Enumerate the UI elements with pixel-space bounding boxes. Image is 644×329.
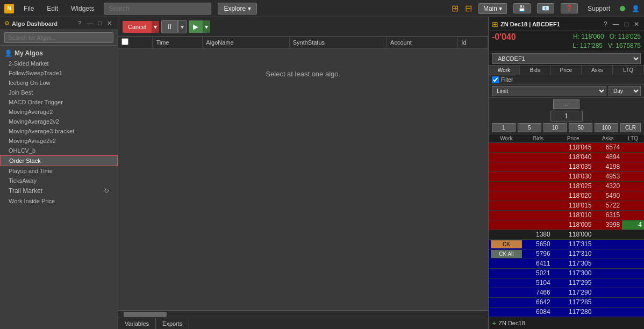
menu-file[interactable]: File xyxy=(20,4,37,13)
algo-item[interactable]: MovingAverage2v2 xyxy=(0,117,118,126)
dom-price-cell[interactable]: 117'310 xyxy=(553,249,594,259)
pause-dropdown-button[interactable]: ▾ xyxy=(178,20,187,33)
algo-item[interactable]: Playup and Time xyxy=(0,166,118,176)
dom-tab-bids[interactable]: Bids xyxy=(520,66,551,75)
algo-item[interactable]: OHLCV_b xyxy=(0,146,118,155)
dom-price-cell[interactable]: 118'005 xyxy=(553,220,594,230)
dom-price-cell[interactable]: 118'000 xyxy=(553,230,594,239)
explore-button[interactable]: Explore ▾ xyxy=(218,3,257,15)
dom-work-cell xyxy=(489,162,524,171)
qty-5-button[interactable]: 5 xyxy=(518,123,541,132)
algo-item[interactable]: MovingAverage2 xyxy=(0,107,118,117)
dom-price-cell[interactable]: 117'315 xyxy=(553,239,594,249)
dom-work-cell xyxy=(489,297,524,307)
clr-button[interactable]: CLR xyxy=(620,123,641,132)
grid-icon-2[interactable]: ⊟ xyxy=(465,3,472,13)
panel-minimize-icon[interactable]: — xyxy=(85,19,94,27)
algo-item[interactable]: MACD Order Trigger xyxy=(0,97,118,107)
dom-work-cell xyxy=(489,181,524,191)
scroll-thumb[interactable] xyxy=(124,312,167,317)
dom-price-cell[interactable]: 117'305 xyxy=(553,259,594,268)
algo-item[interactable]: Join Best xyxy=(0,88,118,97)
algo-item[interactable]: Trail Market ↻ xyxy=(0,185,118,196)
algo-item-order-stack[interactable]: Order Stack xyxy=(0,155,118,166)
add-instrument-icon[interactable]: + xyxy=(492,319,496,327)
cancel-btn-group: Cancel ▾ xyxy=(123,21,159,33)
panel-help-icon[interactable]: ? xyxy=(76,19,83,27)
scroll-bar-area[interactable] xyxy=(118,310,488,318)
algo-item[interactable]: TicksAway xyxy=(0,176,118,185)
account-dropdown[interactable]: ABCDEF1 xyxy=(492,53,641,64)
center-tabs: Variables Exports xyxy=(118,318,488,329)
col-ltq: LTQ xyxy=(622,134,644,143)
col-bids: Bids xyxy=(524,134,553,143)
dom-tab-asks[interactable]: Asks xyxy=(582,66,613,75)
algo-item[interactable]: 2-Sided Market xyxy=(0,59,118,68)
ck-all-button[interactable]: CK All xyxy=(491,250,522,258)
algo-item[interactable]: MovingAverage3-bracket xyxy=(0,126,118,136)
dom-price-cell[interactable]: 117'300 xyxy=(553,268,594,278)
dom-help-icon[interactable]: ? xyxy=(602,20,609,28)
order-type-select[interactable]: Limit xyxy=(492,86,606,96)
time-in-force-select[interactable]: Day xyxy=(609,86,641,96)
dom-tab-price[interactable]: Price xyxy=(551,66,582,75)
menu-edit[interactable]: Edit xyxy=(44,4,61,13)
qty-100-button[interactable]: 100 xyxy=(595,123,618,132)
algo-item[interactable]: Iceberg On Low xyxy=(0,78,118,88)
dom-price-cell[interactable]: 118'045 xyxy=(553,142,594,152)
play-dropdown-button[interactable]: ▾ xyxy=(203,20,210,33)
top-bar: N File Edit Widgets Explore ▾ ⊞ ⊟ Main ▾… xyxy=(0,0,644,17)
dom-price-cell[interactable]: 118'040 xyxy=(553,152,594,162)
algo-item[interactable]: FollowSweepTrade1 xyxy=(0,68,118,78)
dom-price-change: -0'040 xyxy=(492,32,516,51)
dom-price-cell[interactable]: 117'285 xyxy=(553,297,594,307)
algo-search-input[interactable] xyxy=(4,32,113,43)
menu-widgets[interactable]: Widgets xyxy=(68,4,97,13)
help-icon[interactable]: ❓ xyxy=(561,3,578,13)
dom-price-cell[interactable]: 118'035 xyxy=(553,162,594,171)
dom-ask-cell: 3998 xyxy=(593,220,622,230)
refresh-icon[interactable]: ↻ xyxy=(104,187,113,195)
dom-minimize-icon[interactable]: — xyxy=(611,20,621,28)
dom-work-cell xyxy=(489,201,524,210)
dom-price-cell[interactable]: 118'020 xyxy=(553,191,594,201)
dom-price-cell[interactable]: 118'025 xyxy=(553,181,594,191)
dom-tab-ltq[interactable]: LTQ xyxy=(613,66,644,75)
cancel-dropdown-button[interactable]: ▾ xyxy=(152,21,159,33)
dom-close-icon[interactable]: ✕ xyxy=(632,20,641,28)
user-icon[interactable]: 👤 xyxy=(632,5,640,12)
notification-icon[interactable]: 📧 xyxy=(537,3,554,13)
play-button[interactable]: ▶ xyxy=(189,20,203,33)
qty-50-button[interactable]: 50 xyxy=(569,123,592,132)
dom-qty-input[interactable] xyxy=(550,111,583,121)
main-button[interactable]: Main ▾ xyxy=(478,3,507,14)
ck-button[interactable]: CK xyxy=(491,240,522,248)
algo-item-work-inside-price[interactable]: Work Inside Price xyxy=(0,196,118,206)
dom-price-cell[interactable]: 117'290 xyxy=(553,288,594,297)
qty-10-button[interactable]: 10 xyxy=(543,123,567,132)
dom-price-cell[interactable]: 118'015 xyxy=(553,201,594,210)
search-input[interactable] xyxy=(104,3,211,15)
dom-price-cell[interactable]: 118'030 xyxy=(553,171,594,181)
qty-1-button[interactable]: 1 xyxy=(492,123,516,132)
tab-variables[interactable]: Variables xyxy=(118,318,156,329)
col-checkbox[interactable] xyxy=(118,37,153,48)
save-icon[interactable]: 💾 xyxy=(513,3,531,13)
dom-price-cell[interactable]: 117'295 xyxy=(553,278,594,288)
col-work: Work xyxy=(489,134,524,143)
panel-close-icon[interactable]: ✕ xyxy=(105,19,113,27)
grid-icon-1[interactable]: ⊞ xyxy=(452,3,459,13)
dom-price-cell[interactable]: 118'010 xyxy=(553,210,594,220)
filter-checkbox[interactable] xyxy=(492,76,499,83)
dom-price-cell[interactable]: 117'280 xyxy=(553,307,594,317)
cancel-button[interactable]: Cancel xyxy=(123,21,152,33)
dom-tab-work[interactable]: Work xyxy=(489,66,520,75)
status-dot xyxy=(620,6,625,11)
tab-exports[interactable]: Exports xyxy=(156,318,189,329)
dom-maximize-icon[interactable]: □ xyxy=(623,20,630,28)
dom-ltq-cell xyxy=(622,162,644,171)
pause-button[interactable]: ⏸ xyxy=(161,20,178,33)
panel-maximize-icon[interactable]: □ xyxy=(96,19,103,27)
dom-dash-button[interactable]: -- xyxy=(553,99,579,109)
algo-item[interactable]: MovingAvrage2v2 xyxy=(0,136,118,146)
